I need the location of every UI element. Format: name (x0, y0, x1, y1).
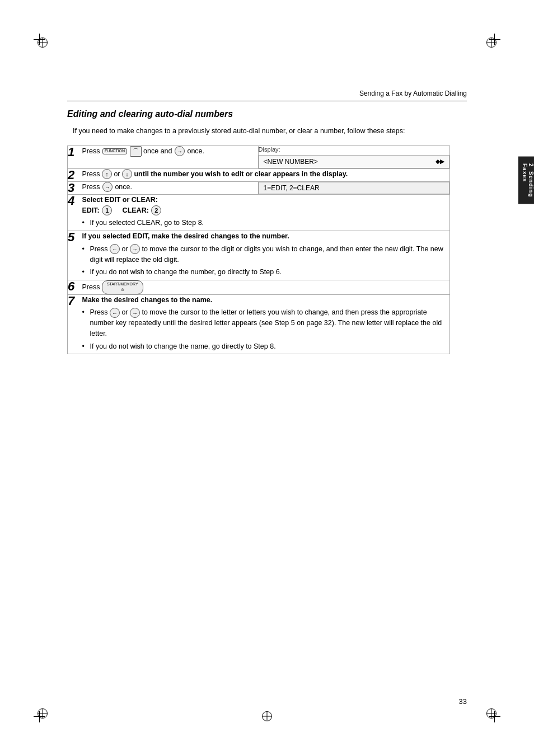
intro-text: If you need to make changes to a previou… (73, 126, 450, 137)
step-5-bullet-1: Press ← or → to move the cursor to the d… (82, 244, 450, 265)
step-6-number: 6 (68, 279, 74, 293)
step-7-content: Make the desired changes to the name. Pr… (82, 294, 450, 354)
reg-circle-tr (486, 37, 496, 48)
btn-1-icon: 1 (102, 205, 112, 215)
section-title: Editing and clearing auto-dial numbers (67, 109, 450, 119)
step-7-title: Make the desired changes to the name. (82, 296, 213, 304)
reg-bottom-center (262, 711, 272, 721)
header-text: Sending a Fax by Automatic Dialling (359, 90, 467, 97)
step-7-number-cell: 7 (68, 294, 82, 354)
page-header: Sending a Fax by Automatic Dialling (67, 90, 467, 101)
reg-circle-bl (38, 708, 48, 719)
display-value-1: <NEW NUMBER> (264, 158, 318, 166)
step-4-number-cell: 4 (68, 194, 82, 231)
step-2-row: 2 Press ↑ or ↓ until the number you wish… (68, 168, 450, 181)
step-7-row: 7 Make the desired changes to the name. … (68, 294, 450, 354)
step-1-display: Display: <NEW NUMBER> ◆▶ (258, 145, 449, 168)
step-3-content: Press → once. (82, 181, 259, 194)
display-label-1: Display: (259, 146, 449, 153)
step-1-number: 1 (68, 145, 74, 159)
step-3-row: 3 Press → once. 1=EDIT, 2=CLEAR (68, 181, 450, 194)
arrow-right-icon-1: → (175, 146, 185, 156)
step-5-content: If you selected EDIT, make the desired c… (82, 231, 450, 280)
step-4-bullets: If you selected CLEAR, go to Step 8. (82, 218, 450, 228)
page-number: 33 (459, 697, 467, 706)
arrow-right-icon-5: → (130, 244, 140, 254)
side-tab-text: 2 SendingFaxes (522, 163, 534, 198)
step-4-edit-label: EDIT: (82, 206, 100, 214)
step-1-row: 1 Press FUNCTION ⌒ once and → once. Disp… (68, 145, 450, 168)
crop-mark-br (484, 706, 500, 722)
step-7-bullet-1: Press ← or → to move the cursor to the l… (82, 307, 450, 339)
side-tab: 2 SendingFaxes (518, 157, 534, 204)
crop-mark-tl (34, 34, 50, 50)
step-2-bold: until the number you wish to edit or cle… (134, 170, 348, 178)
reg-circle-br (486, 708, 496, 719)
step-2-number: 2 (68, 168, 74, 182)
step-5-bullet-2: If you do not wish to change the number,… (82, 267, 450, 278)
btn-2-icon: 2 (151, 205, 161, 215)
step-3-number: 3 (68, 181, 74, 195)
step-1-content: Press FUNCTION ⌒ once and → once. (82, 145, 259, 168)
step-4-number: 4 (68, 194, 74, 208)
reg-circle-tl (38, 37, 48, 48)
step-4-bullet-1: If you selected CLEAR, go to Step 8. (82, 218, 450, 228)
step-7-number: 7 (68, 294, 74, 308)
step-3-display: 1=EDIT, 2=CLEAR (258, 181, 449, 194)
crop-mark-tr (484, 34, 500, 50)
step-5-number-cell: 5 (68, 231, 82, 280)
arrow-left-icon-5: ← (110, 244, 120, 254)
function-circle-icon: ⌒ (130, 146, 142, 157)
step-1-number-cell: 1 (68, 145, 82, 168)
function-button-icon: FUNCTION (102, 148, 127, 154)
step-4-title: Select EDIT or CLEAR: (82, 196, 158, 204)
display-arrows-1: ◆▶ (435, 158, 444, 165)
up-arrow-icon: ↑ (102, 169, 112, 179)
step-4-clear-label: CLEAR: (123, 206, 149, 214)
step-2-content: Press ↑ or ↓ until the number you wish t… (82, 168, 450, 181)
step-6-content: Press START/MEMORY⊙ (82, 280, 450, 295)
arrow-right-icon-7: → (130, 308, 140, 318)
step-6-row: 6 Press START/MEMORY⊙ (68, 280, 450, 295)
reg-circle-bottom (262, 711, 272, 721)
step-3-number-cell: 3 (68, 181, 82, 194)
crop-mark-bl (34, 706, 50, 722)
step-7-bullet-2: If you do not wish to change the name, g… (82, 341, 450, 352)
main-content: Editing and clearing auto-dial numbers I… (67, 109, 450, 689)
steps-table: 1 Press FUNCTION ⌒ once and → once. Disp… (67, 145, 450, 355)
display-box-3: 1=EDIT, 2=CLEAR (259, 182, 449, 194)
step-5-title: If you selected EDIT, make the desired c… (82, 232, 289, 240)
start-memory-button-icon: START/MEMORY⊙ (102, 280, 143, 294)
arrow-right-icon-3: → (102, 182, 113, 192)
step-5-row: 5 If you selected EDIT, make the desired… (68, 231, 450, 280)
step-2-number-cell: 2 (68, 168, 82, 181)
display-box-1: <NEW NUMBER> ◆▶ (259, 155, 449, 168)
step-5-bullets: Press ← or → to move the cursor to the d… (82, 244, 450, 278)
step-4-row: 4 Select EDIT or CLEAR: EDIT: 1 CLEAR: 2… (68, 194, 450, 231)
down-arrow-icon: ↓ (122, 169, 132, 179)
step-6-number-cell: 6 (68, 280, 82, 295)
step-4-content: Select EDIT or CLEAR: EDIT: 1 CLEAR: 2 I… (82, 194, 450, 231)
step-7-bullets: Press ← or → to move the cursor to the l… (82, 307, 450, 351)
step-5-number: 5 (68, 230, 74, 244)
arrow-left-icon-7: ← (110, 308, 120, 318)
